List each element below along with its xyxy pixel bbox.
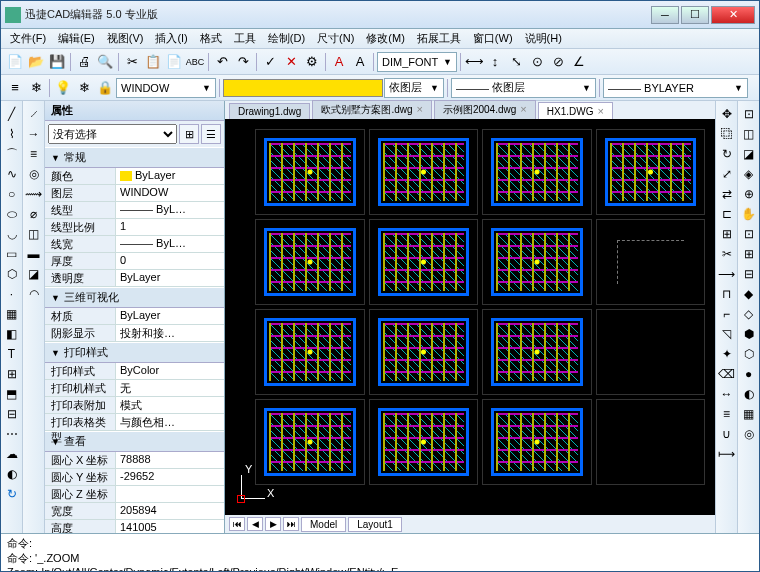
tab-next-icon[interactable]: ▶ bbox=[265, 517, 281, 531]
dim-r-icon[interactable]: ⊙ bbox=[527, 52, 547, 72]
selection-combo[interactable]: 没有选择 bbox=[48, 124, 177, 144]
join-icon[interactable]: ∪ bbox=[718, 425, 736, 443]
dim-ang-icon[interactable]: ∠ bbox=[569, 52, 589, 72]
dimfont-combo[interactable]: DIM_FONT▼ bbox=[377, 52, 457, 72]
property-group-header[interactable]: ▼查看 bbox=[45, 431, 224, 452]
3d4-icon[interactable]: ⬡ bbox=[740, 345, 758, 363]
arc2-icon[interactable]: ◡ bbox=[3, 225, 21, 243]
close-button[interactable]: ✕ bbox=[711, 6, 755, 24]
undo-icon[interactable]: ↶ bbox=[212, 52, 232, 72]
text-a-icon[interactable]: A bbox=[329, 52, 349, 72]
lineweight-combo[interactable]: ——— BYLAYER▼ bbox=[603, 78, 748, 98]
layout-tab-layout1[interactable]: Layout1 bbox=[348, 517, 402, 532]
front-icon[interactable]: ◫ bbox=[740, 125, 758, 143]
array-icon[interactable]: ⊞ bbox=[718, 225, 736, 243]
minimize-button[interactable]: ─ bbox=[651, 6, 679, 24]
tab-first-icon[interactable]: ⏮ bbox=[229, 517, 245, 531]
document-tab[interactable]: HX1.DWG× bbox=[538, 102, 613, 119]
property-row[interactable]: 打印机样式表无 bbox=[45, 380, 224, 397]
property-group-header[interactable]: ▼打印样式 bbox=[45, 342, 224, 363]
solid-icon[interactable]: ▬ bbox=[25, 245, 43, 263]
property-row[interactable]: 图层WINDOW bbox=[45, 185, 224, 202]
menu-item[interactable]: 窗口(W) bbox=[468, 29, 518, 48]
menu-item[interactable]: 修改(M) bbox=[361, 29, 410, 48]
property-row[interactable]: 打印样式ByColor bbox=[45, 363, 224, 380]
property-row[interactable]: 宽度205894 bbox=[45, 503, 224, 520]
rect-icon[interactable]: ▭ bbox=[3, 245, 21, 263]
property-row[interactable]: 圆心 X 坐标78888 bbox=[45, 452, 224, 469]
text-icon[interactable]: T bbox=[3, 345, 21, 363]
polyline-icon[interactable]: ⌇ bbox=[3, 125, 21, 143]
ray-icon[interactable]: → bbox=[25, 125, 43, 143]
lock-icon[interactable]: 🔒 bbox=[95, 78, 115, 98]
dim-a-icon[interactable]: ⤡ bbox=[506, 52, 526, 72]
xline-icon[interactable]: ⟋ bbox=[25, 105, 43, 123]
menu-item[interactable]: 编辑(E) bbox=[53, 29, 100, 48]
explode-icon[interactable]: ✦ bbox=[718, 345, 736, 363]
stretch-icon[interactable]: ↔ bbox=[718, 385, 736, 403]
table-icon[interactable]: ⊟ bbox=[3, 405, 21, 423]
render-icon[interactable]: ● bbox=[740, 365, 758, 383]
dim-v-icon[interactable]: ↕ bbox=[485, 52, 505, 72]
layer-mgr-icon[interactable]: ≡ bbox=[5, 78, 25, 98]
preview-icon[interactable]: 🔍 bbox=[95, 52, 115, 72]
top-icon[interactable]: ⊡ bbox=[740, 105, 758, 123]
fillet-icon[interactable]: ⌐ bbox=[718, 305, 736, 323]
side-icon[interactable]: ◪ bbox=[740, 145, 758, 163]
layout-tab-model[interactable]: Model bbox=[301, 517, 346, 532]
layer-combo[interactable]: WINDOW▼ bbox=[116, 78, 216, 98]
scale-icon[interactable]: ⤢ bbox=[718, 165, 736, 183]
polygon-icon[interactable]: ⬡ bbox=[3, 265, 21, 283]
property-row[interactable]: 材质ByLayer bbox=[45, 308, 224, 325]
offset-icon[interactable]: ⊏ bbox=[718, 205, 736, 223]
menu-item[interactable]: 插入(I) bbox=[150, 29, 192, 48]
move-icon[interactable]: ✥ bbox=[718, 105, 736, 123]
helix-icon[interactable]: ⌀ bbox=[25, 205, 43, 223]
donut-icon[interactable]: ◎ bbox=[25, 165, 43, 183]
tool-icon[interactable]: ⚙ bbox=[302, 52, 322, 72]
insert-icon[interactable]: ⬒ bbox=[3, 385, 21, 403]
orbit-icon[interactable]: ⊕ bbox=[740, 185, 758, 203]
snow-icon[interactable]: ❄ bbox=[74, 78, 94, 98]
more1-icon[interactable]: ⋯ bbox=[3, 425, 21, 443]
close-tab-icon[interactable]: × bbox=[597, 105, 603, 117]
chamfer-icon[interactable]: ◹ bbox=[718, 325, 736, 343]
zoomp-icon[interactable]: ⊟ bbox=[740, 265, 758, 283]
shade-icon[interactable]: ◐ bbox=[740, 385, 758, 403]
freeze-icon[interactable]: ❄ bbox=[26, 78, 46, 98]
color-swatch[interactable] bbox=[223, 79, 383, 97]
property-row[interactable]: 打印表格类型与颜色相… bbox=[45, 414, 224, 431]
drawing-canvas[interactable]: Y X bbox=[225, 119, 715, 515]
property-row[interactable]: 打印表附加到模式 bbox=[45, 397, 224, 414]
property-group-header[interactable]: ▼三维可视化 bbox=[45, 287, 224, 308]
pickset-icon[interactable]: ☰ bbox=[201, 124, 221, 144]
quickselect-icon[interactable]: ⊞ bbox=[179, 124, 199, 144]
point-icon[interactable]: · bbox=[3, 285, 21, 303]
property-row[interactable]: 线宽——— ByL… bbox=[45, 236, 224, 253]
wipe-icon[interactable]: ◐ bbox=[3, 465, 21, 483]
property-row[interactable]: 圆心 Y 坐标-29652 bbox=[45, 469, 224, 486]
menu-item[interactable]: 视图(V) bbox=[102, 29, 149, 48]
property-row[interactable]: 厚度0 bbox=[45, 253, 224, 270]
linetype-combo[interactable]: ——— 依图层▼ bbox=[451, 78, 596, 98]
property-row[interactable]: 线型——— ByL… bbox=[45, 202, 224, 219]
spline-icon[interactable]: ∿ bbox=[3, 165, 21, 183]
property-row[interactable]: 高度141005 bbox=[45, 520, 224, 533]
menu-item[interactable]: 格式 bbox=[195, 29, 227, 48]
hide-icon[interactable]: ◎ bbox=[740, 425, 758, 443]
wire-icon[interactable]: ▦ bbox=[740, 405, 758, 423]
paste-icon[interactable]: 📄 bbox=[164, 52, 184, 72]
cut-icon[interactable]: ✂ bbox=[122, 52, 142, 72]
revcloud-icon[interactable]: ◠ bbox=[25, 285, 43, 303]
print-icon[interactable]: 🖨 bbox=[74, 52, 94, 72]
rotate-icon[interactable]: ↻ bbox=[718, 145, 736, 163]
close-tab-icon[interactable]: × bbox=[417, 103, 423, 115]
block-icon[interactable]: ⊞ bbox=[3, 365, 21, 383]
property-row[interactable]: 线型比例1 bbox=[45, 219, 224, 236]
close-tab-icon[interactable]: × bbox=[520, 103, 526, 115]
copy-icon[interactable]: 📋 bbox=[143, 52, 163, 72]
dim-h-icon[interactable]: ⟷ bbox=[464, 52, 484, 72]
document-tab[interactable]: Drawing1.dwg bbox=[229, 103, 310, 119]
lengthen-icon[interactable]: ⟼ bbox=[718, 445, 736, 463]
property-row[interactable]: 颜色ByLayer bbox=[45, 168, 224, 185]
